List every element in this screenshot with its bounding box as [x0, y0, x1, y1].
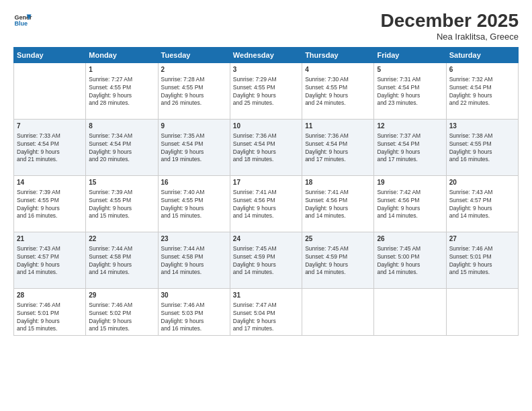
cell-5-1: 28Sunrise: 7:46 AM Sunset: 5:01 PM Dayli…	[14, 288, 86, 336]
day-number: 8	[89, 122, 154, 131]
cell-info: Sunrise: 7:39 AM Sunset: 4:55 PM Dayligh…	[89, 189, 154, 221]
day-number: 15	[89, 178, 154, 187]
cell-info: Sunrise: 7:35 AM Sunset: 4:54 PM Dayligh…	[161, 132, 227, 165]
day-number: 16	[161, 178, 227, 187]
day-number: 17	[233, 178, 299, 187]
cell-info: Sunrise: 7:47 AM Sunset: 5:04 PM Dayligh…	[233, 302, 299, 334]
cell-info: Sunrise: 7:41 AM Sunset: 4:56 PM Dayligh…	[305, 189, 371, 221]
day-number: 31	[233, 291, 299, 300]
day-number: 18	[305, 178, 371, 187]
cell-4-3: 23Sunrise: 7:44 AM Sunset: 4:58 PM Dayli…	[158, 232, 230, 288]
week-row-2: 7Sunrise: 7:33 AM Sunset: 4:54 PM Daylig…	[14, 119, 519, 175]
cell-3-4: 17Sunrise: 7:41 AM Sunset: 4:56 PM Dayli…	[230, 175, 302, 232]
cell-3-1: 14Sunrise: 7:39 AM Sunset: 4:55 PM Dayli…	[14, 175, 86, 232]
day-number: 25	[305, 234, 371, 244]
cell-4-7: 27Sunrise: 7:46 AM Sunset: 5:01 PM Dayli…	[446, 232, 518, 288]
cell-info: Sunrise: 7:42 AM Sunset: 4:56 PM Dayligh…	[377, 189, 443, 221]
cell-5-2: 29Sunrise: 7:46 AM Sunset: 5:02 PM Dayli…	[86, 288, 158, 336]
cell-info: Sunrise: 7:40 AM Sunset: 4:55 PM Dayligh…	[161, 189, 227, 221]
header: General Blue December 2025 Nea Iraklitsa…	[13, 11, 519, 42]
cell-1-7: 6Sunrise: 7:32 AM Sunset: 4:54 PM Daylig…	[446, 62, 518, 119]
cell-2-3: 9Sunrise: 7:35 AM Sunset: 4:54 PM Daylig…	[158, 119, 230, 175]
cell-info: Sunrise: 7:46 AM Sunset: 5:01 PM Dayligh…	[17, 302, 83, 334]
cell-3-6: 19Sunrise: 7:42 AM Sunset: 4:56 PM Dayli…	[374, 175, 446, 232]
cell-1-1	[14, 62, 86, 119]
header-tuesday: Tuesday	[158, 47, 230, 62]
day-number: 23	[161, 234, 227, 244]
cell-info: Sunrise: 7:33 AM Sunset: 4:54 PM Dayligh…	[17, 132, 83, 165]
header-saturday: Saturday	[446, 47, 518, 62]
header-wednesday: Wednesday	[230, 47, 302, 62]
cell-1-5: 4Sunrise: 7:30 AM Sunset: 4:55 PM Daylig…	[302, 62, 374, 119]
cell-info: Sunrise: 7:43 AM Sunset: 4:57 PM Dayligh…	[449, 189, 515, 221]
cell-2-1: 7Sunrise: 7:33 AM Sunset: 4:54 PM Daylig…	[14, 119, 86, 175]
day-number: 1	[89, 65, 154, 75]
cell-1-6: 5Sunrise: 7:31 AM Sunset: 4:54 PM Daylig…	[374, 62, 446, 119]
cell-info: Sunrise: 7:41 AM Sunset: 4:56 PM Dayligh…	[233, 189, 299, 221]
cell-info: Sunrise: 7:44 AM Sunset: 4:58 PM Dayligh…	[161, 245, 227, 277]
day-number: 4	[305, 65, 371, 75]
cell-2-2: 8Sunrise: 7:34 AM Sunset: 4:54 PM Daylig…	[86, 119, 158, 175]
header-sunday: Sunday	[14, 47, 86, 62]
day-number: 26	[377, 234, 443, 244]
cell-info: Sunrise: 7:45 AM Sunset: 4:59 PM Dayligh…	[233, 245, 299, 277]
cell-4-4: 24Sunrise: 7:45 AM Sunset: 4:59 PM Dayli…	[230, 232, 302, 288]
cell-info: Sunrise: 7:44 AM Sunset: 4:58 PM Dayligh…	[89, 245, 154, 277]
cell-info: Sunrise: 7:30 AM Sunset: 4:55 PM Dayligh…	[305, 76, 371, 108]
logo: General Blue	[13, 11, 32, 30]
cell-3-7: 20Sunrise: 7:43 AM Sunset: 4:57 PM Dayli…	[446, 175, 518, 232]
calendar-page: General Blue December 2025 Nea Iraklitsa…	[0, 0, 532, 411]
cell-info: Sunrise: 7:45 AM Sunset: 4:59 PM Dayligh…	[305, 245, 371, 277]
cell-3-5: 18Sunrise: 7:41 AM Sunset: 4:56 PM Dayli…	[302, 175, 374, 232]
cell-info: Sunrise: 7:37 AM Sunset: 4:54 PM Dayligh…	[377, 132, 443, 165]
cell-5-5	[302, 288, 374, 336]
cell-info: Sunrise: 7:45 AM Sunset: 5:00 PM Dayligh…	[377, 245, 443, 277]
cell-3-2: 15Sunrise: 7:39 AM Sunset: 4:55 PM Dayli…	[86, 175, 158, 232]
day-number: 11	[305, 122, 371, 131]
day-number: 20	[449, 178, 515, 187]
header-friday: Friday	[374, 47, 446, 62]
cell-1-3: 2Sunrise: 7:28 AM Sunset: 4:55 PM Daylig…	[158, 62, 230, 119]
cell-2-5: 11Sunrise: 7:36 AM Sunset: 4:54 PM Dayli…	[302, 119, 374, 175]
cell-4-2: 22Sunrise: 7:44 AM Sunset: 4:58 PM Dayli…	[86, 232, 158, 288]
month-title: December 2025	[381, 11, 519, 32]
svg-text:Blue: Blue	[14, 20, 28, 27]
day-number: 29	[89, 291, 154, 300]
cell-info: Sunrise: 7:36 AM Sunset: 4:54 PM Dayligh…	[233, 132, 299, 165]
day-number: 9	[161, 122, 227, 131]
cell-info: Sunrise: 7:46 AM Sunset: 5:03 PM Dayligh…	[161, 302, 227, 334]
day-number: 12	[377, 122, 443, 131]
cell-info: Sunrise: 7:46 AM Sunset: 5:01 PM Dayligh…	[449, 245, 515, 277]
day-number: 28	[17, 291, 83, 300]
cell-info: Sunrise: 7:32 AM Sunset: 4:54 PM Dayligh…	[449, 76, 515, 108]
cell-info: Sunrise: 7:29 AM Sunset: 4:55 PM Dayligh…	[233, 76, 299, 108]
day-number: 13	[449, 122, 515, 131]
day-number: 6	[449, 65, 515, 75]
day-number: 27	[449, 234, 515, 244]
cell-info: Sunrise: 7:28 AM Sunset: 4:55 PM Dayligh…	[161, 76, 227, 108]
cell-2-7: 13Sunrise: 7:38 AM Sunset: 4:55 PM Dayli…	[446, 119, 518, 175]
day-number: 14	[17, 178, 83, 187]
cell-info: Sunrise: 7:36 AM Sunset: 4:54 PM Dayligh…	[305, 132, 371, 165]
calendar-table: Sunday Monday Tuesday Wednesday Thursday…	[13, 47, 519, 336]
day-number: 30	[161, 291, 227, 300]
day-number: 3	[233, 65, 299, 75]
day-number: 10	[233, 122, 299, 131]
day-number: 7	[17, 122, 83, 131]
week-row-3: 14Sunrise: 7:39 AM Sunset: 4:55 PM Dayli…	[14, 175, 519, 232]
title-block: December 2025 Nea Iraklitsa, Greece	[381, 11, 519, 42]
week-row-5: 28Sunrise: 7:46 AM Sunset: 5:01 PM Dayli…	[14, 288, 519, 336]
logo-icon: General Blue	[13, 11, 32, 30]
day-number: 21	[17, 234, 83, 244]
cell-info: Sunrise: 7:39 AM Sunset: 4:55 PM Dayligh…	[17, 189, 83, 221]
cell-1-2: 1Sunrise: 7:27 AM Sunset: 4:55 PM Daylig…	[86, 62, 158, 119]
cell-info: Sunrise: 7:27 AM Sunset: 4:55 PM Dayligh…	[89, 76, 154, 108]
week-row-4: 21Sunrise: 7:43 AM Sunset: 4:57 PM Dayli…	[14, 232, 519, 288]
cell-2-6: 12Sunrise: 7:37 AM Sunset: 4:54 PM Dayli…	[374, 119, 446, 175]
cell-info: Sunrise: 7:31 AM Sunset: 4:54 PM Dayligh…	[377, 76, 443, 108]
day-number: 5	[377, 65, 443, 75]
cell-5-7	[446, 288, 518, 336]
header-monday: Monday	[86, 47, 158, 62]
cell-5-6	[374, 288, 446, 336]
cell-info: Sunrise: 7:34 AM Sunset: 4:54 PM Dayligh…	[89, 132, 154, 165]
